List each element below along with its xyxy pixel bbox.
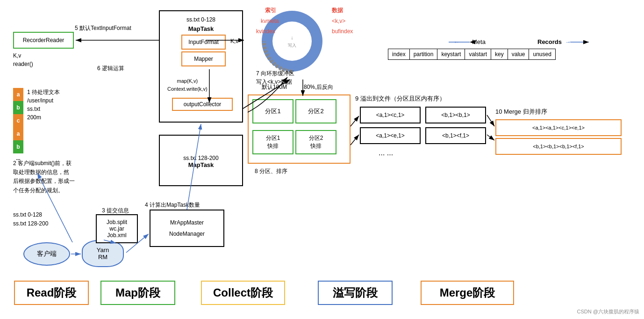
mr-app-master-label: MrAppMaster bbox=[170, 219, 204, 226]
spill-box1: <a,1><c,1> bbox=[360, 107, 421, 123]
dots-label: ... ... bbox=[379, 149, 393, 157]
recorder-reader-box: RecorderReader bbox=[13, 32, 74, 49]
bar-c: c bbox=[13, 114, 23, 127]
spill-box4: <b,1><f,1> bbox=[425, 127, 486, 144]
step1-label: 1 待处理文本 /user/input ss.txt 200m bbox=[27, 88, 88, 122]
step2-label: 2 客户端submit()前，获 取处理数据的信息，然 后根据参数配置，形成一 … bbox=[13, 159, 100, 195]
index-label: 索引 bbox=[265, 7, 276, 14]
split-files-text: ss.txt 0-128 ss.txt 128-200 bbox=[13, 210, 48, 228]
split-files-label: ss.txt 0-128 ss.txt 128-200 bbox=[13, 210, 48, 228]
records-label-txt: Records bbox=[537, 38, 562, 45]
node-manager-label: NodeManager bbox=[169, 231, 205, 237]
col-unused: unused bbox=[529, 49, 555, 60]
step5-label: 5 默认TextInputFormat bbox=[75, 24, 131, 32]
step8-label: 8 分区、排序 bbox=[255, 167, 287, 175]
step2-text: 2 客户端submit()前，获 取处理数据的信息，然 后根据参数配置，形成一 … bbox=[13, 159, 100, 195]
mapper-label: Mapper bbox=[194, 56, 213, 62]
job-split-label: Job.split wc.jar Job.xml bbox=[107, 219, 127, 239]
partition1-box: 分区1 bbox=[252, 99, 293, 123]
partition2-box: 分区2 bbox=[295, 99, 336, 123]
col-index: index bbox=[388, 49, 410, 60]
phase-read-label: Read阶段 bbox=[27, 285, 77, 300]
percent80-label: 80%,后反向 bbox=[304, 83, 333, 91]
col-value: value bbox=[508, 49, 529, 60]
step6-text: 6 逻辑运算 bbox=[97, 65, 124, 72]
watermark: CSDN @六块腹肌的程序猿 bbox=[577, 308, 639, 315]
input-format-label: InputFormat bbox=[188, 39, 219, 45]
ss-txt-200-label: ss.txt 128-200 bbox=[160, 152, 242, 161]
step3-label: 3 提交信息 bbox=[102, 207, 129, 215]
svg-line-15 bbox=[487, 135, 494, 140]
step4-text: 4 计算出MapTask数量 bbox=[145, 202, 200, 208]
svg-line-14 bbox=[487, 115, 494, 126]
map-kv-label: map(K,v) Context.write(k,v) bbox=[167, 70, 208, 93]
bar-b2: b bbox=[13, 140, 23, 153]
merge-result2-box: <b,1><b,1><b,1><f,1> bbox=[495, 138, 622, 155]
data-main-label: 数据 bbox=[332, 7, 343, 14]
client-box: 客户端 bbox=[23, 242, 70, 266]
phase-read: Read阶段 bbox=[14, 281, 89, 305]
ring-buffer-chart: ↓ 写入 bbox=[255, 4, 329, 80]
phase-map: Map阶段 bbox=[100, 281, 175, 305]
phase-map-label: Map阶段 bbox=[115, 285, 160, 300]
kvmeta-label: kvmeta bbox=[261, 18, 279, 24]
svg-text:↓: ↓ bbox=[291, 35, 293, 40]
col-partition: partition bbox=[409, 49, 437, 60]
step6-label: 6 逻辑运算 bbox=[97, 65, 124, 72]
color-bar: a b c a b ... bbox=[13, 88, 23, 163]
kv-data-label: <k,v> bbox=[332, 18, 345, 24]
ss-txt-128-label: ss.txt 0-128 bbox=[163, 16, 239, 23]
output-collector-box: outputCollector bbox=[172, 98, 233, 111]
records-arrow-right: → bbox=[563, 38, 571, 45]
maptask1-label: MapTask bbox=[163, 25, 239, 32]
input-format-box: InputFormat bbox=[181, 35, 226, 50]
maptask1-box: ss.txt 0-128 MapTask InputFormat K,v Map… bbox=[159, 10, 243, 123]
mapper-box: Mapper bbox=[181, 51, 226, 66]
bar-a2: a bbox=[13, 127, 23, 140]
default100m-label: 默认100M bbox=[262, 83, 287, 91]
meta-table: index partition keystart valstart key va… bbox=[388, 49, 556, 60]
spill-box2: <b,1><b,1> bbox=[425, 107, 486, 123]
yarn-rm-label: Yarn RM bbox=[97, 246, 109, 261]
svg-point-1 bbox=[272, 22, 312, 61]
diagram: Read阶段 Map阶段 Collect阶段 溢写阶段 Merge阶段 a b … bbox=[0, 0, 644, 319]
step3-text: 3 提交信息 bbox=[102, 207, 129, 214]
partition1-sort-box: 分区1 快排 bbox=[252, 130, 293, 154]
maptask2-box: ss.txt 128-200 MapTask bbox=[159, 135, 243, 186]
bufindex-label: bufindex bbox=[332, 28, 353, 35]
step4-label: 4 计算出MapTask数量 bbox=[145, 201, 200, 209]
recorder-reader-label: RecorderReader bbox=[23, 37, 64, 44]
phase-merge: Merge阶段 bbox=[421, 281, 514, 305]
meta-label-txt: Meta bbox=[472, 38, 486, 45]
mr-app-master-box: MrAppMaster NodeManager bbox=[150, 210, 224, 247]
phase-collect: Collect阶段 bbox=[201, 281, 285, 305]
output-collector-label: outputCollector bbox=[184, 101, 222, 108]
step1-text: 1 待处理文本 /user/input ss.txt 200m bbox=[27, 88, 88, 122]
step5-text: 5 默认TextInputFormat bbox=[75, 25, 131, 31]
kv-reader-label: K,v reader() bbox=[13, 51, 33, 68]
yarn-rm-box: Yarn RM bbox=[82, 240, 124, 267]
phase-spill: 溢写阶段 bbox=[318, 281, 393, 305]
col-keystart: keystart bbox=[437, 49, 465, 60]
meta-arrow-left: ← bbox=[453, 38, 463, 45]
phase-spill-label: 溢写阶段 bbox=[333, 285, 378, 300]
client-label: 客户端 bbox=[37, 250, 57, 258]
phase-collect-label: Collect阶段 bbox=[213, 285, 273, 300]
job-split-box: Job.split wc.jar Job.xml bbox=[96, 214, 138, 243]
bar-a: a bbox=[13, 88, 23, 101]
partition2-sort-box: 分区2 快排 bbox=[295, 130, 336, 154]
merge-result1-box: <a,1><a,1><c,1><e,1> bbox=[495, 119, 622, 136]
col-key: key bbox=[491, 49, 508, 60]
svg-line-12 bbox=[351, 116, 359, 126]
svg-text:写入: 写入 bbox=[288, 43, 296, 48]
kv-reader-text: K,v reader() bbox=[13, 51, 33, 68]
maptask2-label: MapTask bbox=[160, 161, 242, 168]
svg-line-13 bbox=[351, 135, 359, 145]
spill-box3: <a,1><e,1> bbox=[360, 127, 421, 144]
step9-label: 9 溢出到文件（分区且区内有序） bbox=[355, 94, 445, 103]
kv-label: K,v bbox=[230, 38, 238, 44]
bar-b: b bbox=[13, 101, 23, 114]
collect-box: 分区1 分区2 分区1 快排 分区2 快排 bbox=[248, 94, 351, 164]
step10-label: 10 Merge 归并排序 bbox=[495, 108, 547, 116]
col-valstart: valstart bbox=[465, 49, 491, 60]
